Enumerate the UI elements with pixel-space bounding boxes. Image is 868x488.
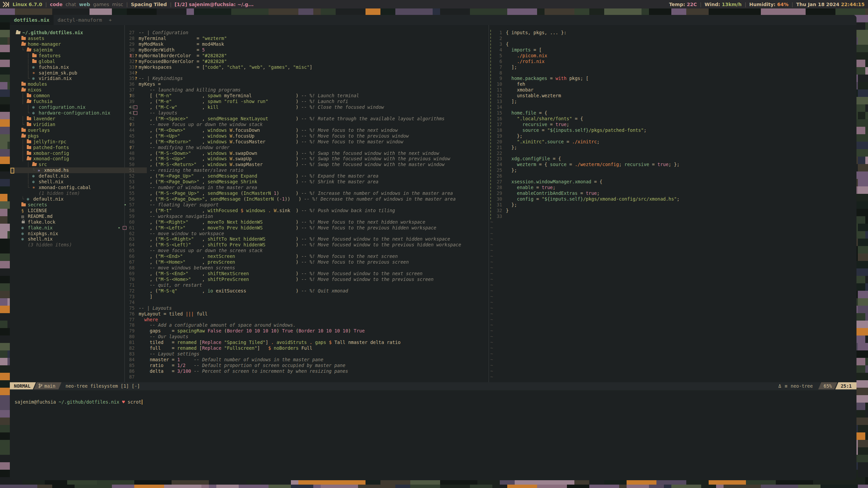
line-number: 31: [124, 53, 135, 59]
wezterm-window[interactable]: dotfiles.nixdactyl-manuform+ ~/.github/d…: [10, 15, 856, 480]
tree-item-label: default.nix: [39, 173, 69, 179]
tree-item-assets[interactable]: assets: [10, 36, 131, 41]
nix-file-icon: ❄: [32, 110, 39, 116]
tree-item-label: fuchsia: [33, 99, 53, 104]
tilde: ~: [490, 363, 493, 368]
tree-item-flake.nix[interactable]: ❄flake.nix•: [10, 225, 131, 231]
workspace-games[interactable]: games: [93, 2, 109, 7]
shell-prompt[interactable]: sajenim@fuchsia ~/.github/dotfiles.nix ♥…: [15, 399, 142, 405]
line-number: 15: [491, 110, 502, 116]
folder-open-icon: [21, 135, 28, 138]
tree-item-fuchsia[interactable]: │fuchsia: [10, 99, 136, 104]
tree-item-label: flake.nix: [28, 225, 53, 231]
tree-item-label: sajenim_sk.pub: [39, 70, 77, 76]
prompt-heart-icon: ♥: [122, 399, 125, 405]
line-number: 14: [491, 104, 502, 110]
line-number: 59: [124, 214, 135, 219]
tab-dotfiles.nix[interactable]: dotfiles.nix: [10, 15, 54, 25]
untracked-badge: ?: [135, 59, 137, 64]
line-number: 83: [124, 351, 135, 357]
tree-item-features[interactable]: │featuresE?: [10, 53, 141, 59]
tree-item-configuration.nix[interactable]: │❄configuration.nix•: [10, 104, 141, 110]
workspace-web[interactable]: web: [79, 2, 90, 7]
tree-item-xmonad-config[interactable]: │xmonad-config: [10, 156, 136, 162]
tree-item-secrets[interactable]: secrets•: [10, 202, 131, 208]
tree-item-global[interactable]: │global?: [10, 59, 141, 64]
tree-item-jellyfin-rpc[interactable]: │jellyfin-rpc: [10, 139, 136, 145]
tree-item-overlays[interactable]: overlays: [10, 127, 131, 133]
clock-time: 22:44:15: [841, 2, 865, 7]
line-number: 11: [491, 87, 502, 93]
tree-item-label: src: [39, 162, 47, 167]
tree-item-viridian[interactable]: └viridian?: [10, 122, 136, 127]
filetype-name: neo-tree: [791, 383, 813, 389]
scroll-percent: 65%: [818, 382, 837, 389]
tree-item-1hiddenitem[interactable]: (1 hidden item): [10, 190, 141, 196]
tilde: ~: [490, 242, 493, 248]
tilde: ~: [490, 311, 493, 317]
tree-item-home-manager[interactable]: home-manager: [10, 41, 131, 47]
haskell-file-icon: »: [38, 167, 44, 173]
line-number: 67: [124, 259, 135, 265]
layout-indicator[interactable]: Spacing Tiled: [131, 2, 167, 7]
tree-item-shell.nix[interactable]: ❄shell.nix: [10, 236, 131, 242]
workspace-chat[interactable]: chat: [66, 2, 76, 7]
tree-item-xmobar-config[interactable]: │xmobar-config: [10, 150, 136, 156]
untracked-badge: ?: [135, 70, 137, 76]
wezterm-pane-separator[interactable]: [10, 390, 856, 390]
tree-item-label: pkgs: [28, 133, 39, 139]
line-number: 40: [124, 104, 135, 110]
workspace-misc[interactable]: misc: [112, 2, 123, 7]
tree-item-sajenim[interactable]: └sajenim: [10, 47, 136, 53]
tree-item-.githubdotfiles.nix[interactable]: ~/.github/dotfiles.nix: [10, 30, 131, 36]
tree-item-fuchsia.nix[interactable]: │❄fuchsia.nix?: [10, 64, 141, 70]
folder-icon: [27, 140, 33, 143]
tree-item-hardware-configuration.nix[interactable]: └❄hardware-configuration.nix•: [10, 110, 141, 116]
tree-item-flake.lock[interactable]: flake.lock: [10, 219, 131, 225]
tilde: ~: [490, 231, 493, 237]
tree-item-patched-fonts[interactable]: │patched-fonts?: [10, 145, 136, 150]
line-number: 44: [124, 127, 135, 133]
tree-item-label: sajenim: [33, 47, 53, 53]
tree-item-nixos[interactable]: nixos: [10, 87, 131, 93]
nix-file-icon: ❄: [27, 196, 33, 202]
workspace-code[interactable]: code: [50, 2, 62, 7]
tree-item-README.md[interactable]: ▤README.md: [10, 214, 131, 219]
tree-item-src[interactable]: │src: [10, 162, 141, 167]
cursor-position: 25:1: [835, 382, 856, 389]
folder-open-icon: [27, 48, 33, 52]
line-number: 28: [491, 185, 502, 190]
tree-item-common[interactable]: │common?: [10, 93, 136, 99]
line-number: 66: [124, 253, 135, 259]
tree-item-sajenim_sk.pub[interactable]: │∗sajenim_sk.pub?: [10, 70, 141, 76]
tilde: ~: [490, 300, 493, 305]
diagnostics-icon: Δ: [778, 383, 781, 389]
prompt-user-host: sajenim@fuchsia: [15, 399, 56, 405]
tree-item-pkgs[interactable]: pkgs: [10, 133, 131, 139]
xmonad-logo-icon: [3, 2, 9, 7]
new-tab-button[interactable]: +: [106, 17, 115, 23]
tree-item-3hiddenitems[interactable]: (3 hidden items): [10, 242, 131, 248]
tree-item-default.nix[interactable]: └❄default.nix: [10, 196, 136, 202]
split-separator[interactable]: [489, 25, 489, 382]
tree-item-default.nix[interactable]: │❄default.nix: [10, 173, 141, 179]
tree-item-label: modules: [28, 81, 47, 87]
tree-item-xmonad-config.cabal[interactable]: └∗xmonad-config.cabal: [10, 185, 141, 190]
tree-item-viridian.nix[interactable]: └❄viridian.nix?: [10, 76, 141, 81]
line-number: 9: [491, 76, 502, 81]
tree-item-label: xmonad-config: [33, 156, 69, 162]
tilde: ~: [490, 351, 493, 357]
line-number: 51: [124, 167, 135, 173]
nix-file-icon: ❄: [32, 64, 39, 70]
folder-icon: [32, 54, 39, 57]
tree-item-shell.nix[interactable]: │❄shell.nix: [10, 179, 141, 185]
tree-item-label: assets: [28, 36, 44, 41]
tree-item-modules[interactable]: modules: [10, 81, 131, 87]
tree-item-nixpkgs.nix[interactable]: ❄nixpkgs.nix: [10, 231, 131, 237]
terminal-cursor: [142, 400, 142, 405]
tree-item-LICENSE[interactable]: §LICENSE: [10, 208, 131, 214]
tab-dactyl-manuform[interactable]: dactyl-manuform: [54, 15, 106, 25]
tree-item-lavender[interactable]: │lavender: [10, 116, 136, 122]
line-number: 8: [491, 70, 502, 76]
tree-guide: │: [21, 145, 27, 150]
